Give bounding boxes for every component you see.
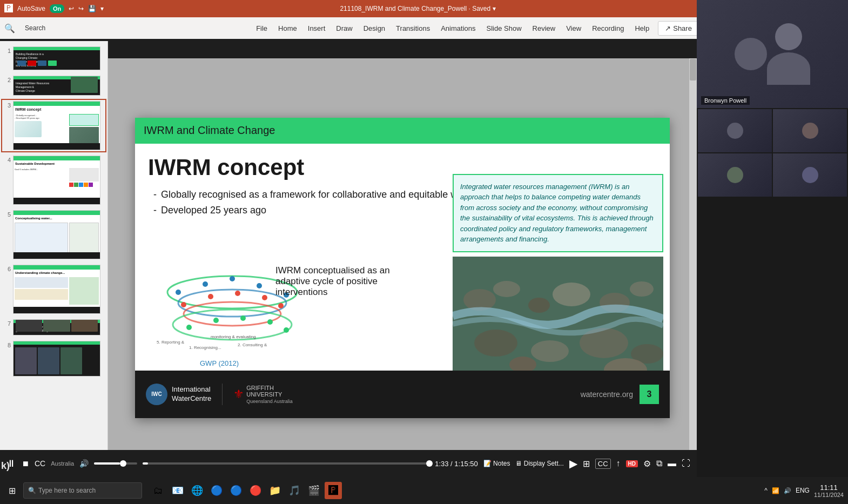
system-clock[interactable]: 11:11 11/11/2024 [814, 483, 844, 498]
cc-button[interactable]: CC [595, 459, 611, 469]
slide-header-accent: IWRM and Climate Change [135, 118, 670, 144]
app-icon: 🅿 [4, 4, 13, 14]
svg-point-30 [474, 330, 517, 357]
settings-icon[interactable]: ⚙ [643, 459, 651, 469]
slide-thumb-1[interactable]: 1 Building Resilience in aChanging Clima… [2, 45, 105, 71]
share-button[interactable]: ↗ Share [658, 21, 699, 36]
slide-number-1: 1 [3, 46, 11, 54]
autosave-toggle[interactable]: On [50, 4, 64, 13]
grid-icon[interactable]: ⊞ [583, 459, 590, 469]
svg-text:1. Recognising...: 1. Recognising... [189, 345, 221, 350]
logo-divider [222, 384, 223, 405]
slide-thumb-8[interactable]: 8 [2, 340, 105, 378]
footer-url: watercentre.org [581, 390, 633, 399]
current-time-value: 1:33 [435, 460, 448, 468]
body-shape [767, 52, 810, 85]
taskbar-search[interactable]: 🔍 Type here to search [23, 482, 142, 499]
svg-text:5. Reporting &: 5. Reporting & [157, 340, 185, 345]
menu-design[interactable]: Design [358, 21, 391, 36]
taskbar-app-2[interactable]: 📧 [169, 482, 186, 499]
progress-fill [143, 462, 148, 465]
taskbar-powerpoint[interactable]: 🅿 [325, 482, 342, 499]
info-box: Integrated water resources management (I… [453, 174, 663, 252]
participant-avatar-3 [727, 167, 743, 183]
slide-thumb-5[interactable]: 5 Conceptualising water... [2, 209, 105, 260]
pointer-icon[interactable]: ↑ [616, 459, 621, 468]
slide-thumb-3[interactable]: 3 IWRM concept - Globally recognised... … [2, 100, 105, 151]
title-bar-left: 🅿 AutoSave On ↩ ↪ 💾 ▾ [4, 4, 104, 14]
menu-file[interactable]: File [251, 21, 273, 36]
taskbar-app-5[interactable]: 🔵 [227, 482, 245, 499]
participant-1 [698, 109, 772, 152]
slide-thumb-7[interactable]: 7 How do the IWRM frameworkgoals assist … [2, 318, 105, 337]
svg-point-17 [267, 319, 273, 325]
taskbar-app-4[interactable]: 🔵 [208, 482, 225, 499]
video-main: Bronwyn Powell [697, 0, 848, 108]
iwc-circle: IWC [146, 384, 167, 405]
menu-insert[interactable]: Insert [302, 21, 331, 36]
theater-mode-icon[interactable]: ▬ [668, 459, 676, 468]
notes-icon[interactable]: 📝 Notes [483, 460, 510, 467]
menu-animations[interactable]: Animations [435, 21, 481, 36]
svg-point-29 [630, 281, 654, 297]
taskbar-apps: 🗂 📧 🌐 🔵 🔵 🔴 📁 🎵 🎬 🅿 [150, 482, 342, 499]
taskbar-app-3[interactable]: 🌐 [189, 482, 206, 499]
pip-icon[interactable]: ⧉ [656, 459, 662, 468]
presentation-slide: IWRM and Climate Change IWRM concept - G… [135, 118, 670, 418]
fullscreen-icon[interactable]: ⛶ [682, 459, 690, 468]
scroll-thumb[interactable] [690, 59, 696, 80]
svg-point-7 [257, 283, 262, 288]
menu-slideshow[interactable]: Slide Show [481, 21, 527, 36]
svg-point-27 [553, 283, 590, 306]
network-icon[interactable]: 📶 [772, 487, 779, 494]
menu-help[interactable]: Help [629, 21, 655, 36]
slide-thumb-6[interactable]: 6 Understanding climate change... [2, 264, 105, 315]
svg-point-5 [203, 281, 208, 287]
menu-home[interactable]: Home [273, 21, 302, 36]
volume-icon[interactable]: 🔊 [79, 459, 89, 468]
slide-number-badge: 3 [640, 385, 659, 404]
redo-icon[interactable]: ↪ [78, 5, 84, 12]
taskbar-app-8[interactable]: 🎵 [286, 482, 303, 499]
menu-view[interactable]: View [561, 21, 587, 36]
menu-review[interactable]: Review [527, 21, 561, 36]
participant-avatar-4 [802, 167, 818, 183]
progress-bar[interactable] [143, 462, 429, 465]
participant-2 [773, 109, 847, 152]
volume-slider[interactable] [94, 462, 137, 465]
undo-icon[interactable]: ↩ [69, 5, 74, 12]
slide-footer: IWC InternationalWaterCentre ⚜ GRIFFITHU… [135, 371, 670, 418]
search-input[interactable]: Search [21, 22, 247, 35]
menu-draw[interactable]: Draw [331, 21, 358, 36]
menu-transitions[interactable]: Transitions [391, 21, 435, 36]
search-placeholder: Search [25, 24, 45, 32]
slide-thumb-2[interactable]: 2 Integrated Water ResourcesManagement &… [2, 75, 105, 97]
vertical-scrollbar[interactable] [689, 58, 697, 477]
taskbar-app-1[interactable]: 🗂 [150, 482, 167, 499]
total-time-value: 1:15:50 [454, 460, 477, 468]
taskbar-app-6[interactable]: 🔴 [247, 482, 264, 499]
language-label: ENG [796, 487, 810, 494]
griffith-logo: ⚜ GRIFFITHUNIVERSITYQueensland Australia [233, 385, 293, 404]
display-settings-icon[interactable]: 🖥 Display Sett... [515, 460, 563, 467]
dropdown-icon[interactable]: ▾ [493, 5, 496, 12]
video-grid [697, 108, 848, 198]
language-icon: ^ [764, 487, 768, 494]
taskbar-app-9[interactable]: 🎬 [305, 482, 322, 499]
video-cell-3 [698, 153, 772, 197]
slide-thumb-4[interactable]: 4 Sustainable Development Goal 6 include… [2, 154, 105, 206]
play-control[interactable]: ▶ [569, 457, 577, 470]
start-button[interactable]: ⊞ [4, 483, 20, 498]
stop-button[interactable]: ⏹ [22, 459, 29, 468]
quick-save-icon[interactable]: 💾 [88, 5, 96, 12]
info-box-text: Integrated water resources management (I… [460, 183, 654, 244]
slide-image-3: IWRM concept - Globally recognised... - … [13, 101, 100, 150]
captions-icon[interactable]: CC [35, 459, 45, 468]
griffith-icon: ⚜ [233, 387, 244, 401]
menu-recording[interactable]: Recording [587, 21, 629, 36]
participant-avatar-2 [802, 123, 818, 139]
sound-icon[interactable]: 🔊 [784, 487, 791, 494]
taskbar-app-7[interactable]: 📁 [266, 482, 284, 499]
windows-taskbar: ⊞ 🔍 Type here to search 🗂 📧 🌐 🔵 🔵 🔴 📁 🎵 … [0, 477, 848, 504]
slide-image-2: Integrated Water ResourcesManagement &Cl… [13, 76, 100, 96]
